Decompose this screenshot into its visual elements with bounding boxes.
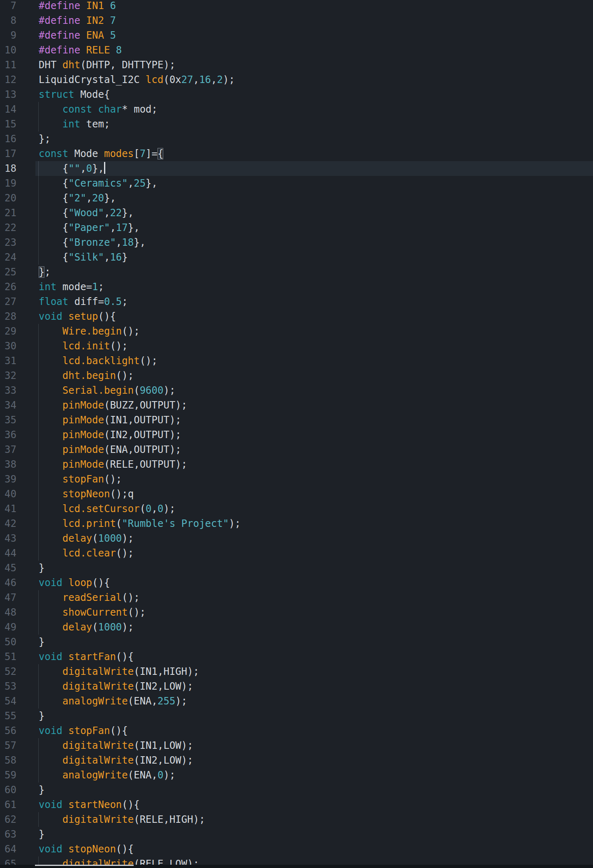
code-line[interactable]: 31 lcd.backlight(); <box>0 353 593 368</box>
code-line[interactable]: 59 analogWrite(ENA,0); <box>0 768 593 783</box>
code-line[interactable]: 58 digitalWrite(IN2,LOW); <box>0 753 593 768</box>
code-line[interactable]: 36 pinMode(IN2,OUTPUT); <box>0 427 593 442</box>
code-line[interactable]: 45} <box>0 561 593 575</box>
code-token: (); <box>122 326 139 337</box>
line-number: 58 <box>0 753 16 768</box>
code-line[interactable]: 17const Mode modes[7]={ <box>0 146 593 161</box>
indent-guide <box>38 738 39 753</box>
code-token: (); <box>110 340 127 352</box>
code-line[interactable]: 64void stopNeon(){ <box>0 842 593 856</box>
code-line-content: readSerial(); <box>35 590 593 605</box>
code-line-content: {"",0}, <box>35 161 593 176</box>
code-token: { <box>39 192 68 204</box>
code-token: digitalWrite <box>63 666 134 677</box>
code-line[interactable]: 56void stopFan(){ <box>0 723 593 738</box>
code-line[interactable]: 53 digitalWrite(IN2,LOW); <box>0 679 593 694</box>
code-line[interactable]: 35 pinMode(IN1,OUTPUT); <box>0 413 593 427</box>
code-line[interactable]: 41 lcd.setCursor(0,0); <box>0 501 593 516</box>
code-line[interactable]: 38 pinMode(RELE,OUTPUT); <box>0 457 593 472</box>
code-token: ();q <box>110 488 134 500</box>
code-line[interactable]: 61void startNeon(){ <box>0 797 593 812</box>
code-editor[interactable]: 7#define IN1 68#define IN2 79#define ENA… <box>0 0 593 868</box>
code-line[interactable]: 22 {"Paper",17}, <box>0 220 593 235</box>
code-line[interactable]: 9#define ENA 5 <box>0 28 593 43</box>
code-line[interactable]: 49 delay(1000); <box>0 620 593 635</box>
code-line[interactable]: 8#define IN2 7 <box>0 13 593 28</box>
code-line[interactable]: 21 {"Wood",22}, <box>0 205 593 220</box>
code-line[interactable]: 20 {"2",20}, <box>0 191 593 205</box>
code-line[interactable]: 30 lcd.init(); <box>0 339 593 353</box>
code-line[interactable]: 32 dht.begin(); <box>0 368 593 383</box>
code-line[interactable]: 37 pinMode(ENA,OUTPUT); <box>0 442 593 457</box>
line-number: 45 <box>0 561 16 575</box>
code-token: } <box>39 784 44 796</box>
code-line[interactable]: 24 {"Silk",16} <box>0 250 593 265</box>
code-token: ); <box>122 533 134 544</box>
code-line[interactable]: 12LiquidCrystal_I2C lcd(0x27,16,2); <box>0 72 593 87</box>
code-line[interactable]: 47 readSerial(); <box>0 590 593 605</box>
code-line[interactable]: 54 analogWrite(ENA,255); <box>0 694 593 709</box>
code-line[interactable]: 18 {"",0}, <box>0 161 593 176</box>
horizontal-scrollbar[interactable] <box>0 865 593 868</box>
code-line[interactable]: 25}; <box>0 265 593 279</box>
code-line[interactable]: 11DHT dht(DHTP, DHTTYPE); <box>0 58 593 72</box>
code-line-content: void stopNeon(){ <box>35 842 593 856</box>
code-token: digitalWrite <box>63 740 134 751</box>
line-number: 38 <box>0 457 16 472</box>
code-token: (){ <box>92 577 110 589</box>
code-line[interactable]: 46void loop(){ <box>0 575 593 590</box>
code-token: readSerial <box>63 592 122 603</box>
code-token <box>39 666 63 677</box>
code-line[interactable]: 14 const char* mod; <box>0 102 593 117</box>
code-line[interactable]: 48 showCurrent(); <box>0 605 593 620</box>
code-token: ); <box>163 503 175 515</box>
horizontal-scrollbar-thumb[interactable] <box>35 865 134 866</box>
code-line[interactable]: 52 digitalWrite(IN1,HIGH); <box>0 664 593 679</box>
code-token: (IN1,OUTPUT); <box>104 414 181 426</box>
indent-guide <box>38 117 39 132</box>
code-line[interactable]: 51void startFan(){ <box>0 649 593 664</box>
code-line[interactable]: 55} <box>0 709 593 723</box>
code-token: , <box>86 192 92 204</box>
code-token: "" <box>68 163 80 174</box>
code-line[interactable]: 16}; <box>0 132 593 146</box>
code-line[interactable]: 27float diff=0.5; <box>0 294 593 309</box>
code-line[interactable]: 39 stopFan(); <box>0 472 593 487</box>
code-token: void <box>39 843 63 855</box>
code-line[interactable]: 7#define IN1 6 <box>0 0 593 13</box>
indent-guide <box>38 501 39 516</box>
code-line[interactable]: 50} <box>0 635 593 649</box>
code-token: setup <box>68 311 98 322</box>
line-number: 52 <box>0 664 16 679</box>
code-line[interactable]: 57 digitalWrite(IN1,LOW); <box>0 738 593 753</box>
line-number: 59 <box>0 768 16 783</box>
code-line[interactable]: 60} <box>0 783 593 797</box>
line-number: 10 <box>0 43 16 58</box>
code-line[interactable]: 43 delay(1000); <box>0 531 593 546</box>
code-line[interactable]: 29 Wire.begin(); <box>0 324 593 339</box>
code-line[interactable]: 15 int tem; <box>0 117 593 132</box>
code-token: "2" <box>68 192 86 204</box>
code-token <box>39 695 63 707</box>
indent-guide <box>38 398 39 413</box>
code-token: ; <box>122 296 127 307</box>
code-line[interactable]: 34 pinMode(BUZZ,OUTPUT); <box>0 398 593 413</box>
code-line[interactable]: 40 stopNeon();q <box>0 487 593 501</box>
code-line[interactable]: 62 digitalWrite(RELE,HIGH); <box>0 812 593 827</box>
code-line[interactable]: 23 {"Bronze",18}, <box>0 235 593 250</box>
indent-guide <box>38 768 39 783</box>
code-line[interactable]: 10#define RELE 8 <box>0 43 593 58</box>
code-line[interactable]: 44 lcd.clear(); <box>0 546 593 561</box>
code-token: "Ceramics" <box>68 178 128 189</box>
code-line[interactable]: 63} <box>0 827 593 842</box>
code-line[interactable]: 26int mode=1; <box>0 279 593 294</box>
code-line[interactable]: 19 {"Ceramics",25}, <box>0 176 593 191</box>
code-token: int <box>63 118 80 130</box>
code-line[interactable]: 33 Serial.begin(9600); <box>0 383 593 398</box>
code-token: stopNeon <box>63 488 110 500</box>
code-line[interactable]: 13struct Mode{ <box>0 87 593 102</box>
code-token: } <box>39 636 44 648</box>
code-line[interactable]: 28void setup(){ <box>0 309 593 324</box>
code-token: 20 <box>92 192 104 204</box>
code-line[interactable]: 42 lcd.print("Rumble's Project"); <box>0 516 593 531</box>
